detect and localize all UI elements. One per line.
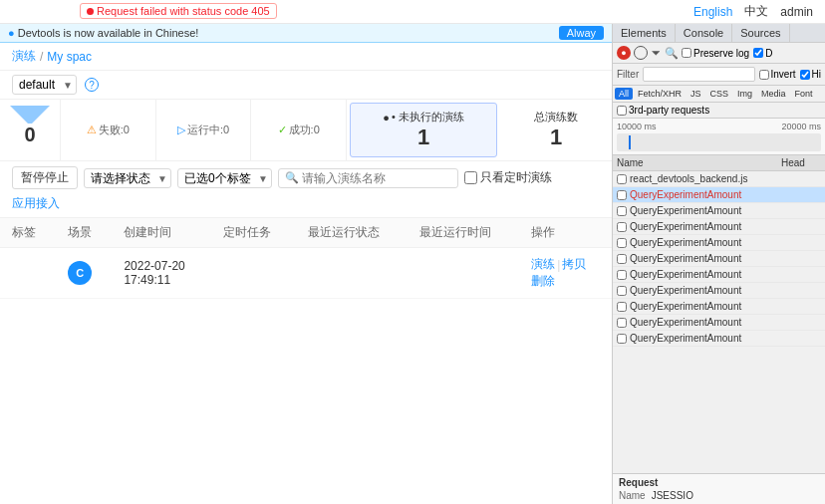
- breadcrumb-sep: /: [40, 50, 43, 64]
- net-name: QueryExperimentAmount: [630, 221, 821, 232]
- devtools-notification: ● Devtools is now available in Chinese! …: [0, 24, 612, 43]
- always-button[interactable]: Alway: [559, 26, 604, 40]
- action-sep1: |: [557, 258, 560, 272]
- network-item[interactable]: QueryExperimentAmount: [613, 299, 825, 315]
- net-checkbox[interactable]: [617, 238, 627, 248]
- network-item[interactable]: QueryExperimentAmount: [613, 331, 825, 347]
- col-schedule: 定时任务: [211, 218, 295, 248]
- net-name: QueryExperimentAmount: [630, 285, 821, 296]
- lang-group: English 中文 admin: [689, 3, 817, 20]
- action-delete[interactable]: 删除: [531, 274, 555, 288]
- network-item[interactable]: QueryExperimentAmount: [613, 315, 825, 331]
- filter-button[interactable]: ⏷: [651, 47, 662, 59]
- net-name: QueryExperimentAmount: [630, 301, 821, 312]
- stat-value-pending: 1: [417, 125, 429, 150]
- col-name-header: Name: [617, 157, 781, 168]
- request-title: Request: [619, 477, 819, 488]
- net-name-red: QueryExperimentAmount: [630, 189, 821, 200]
- stat-card-fail: ⚠ 失败:0: [61, 100, 156, 160]
- net-checkbox[interactable]: [617, 270, 627, 280]
- action-copy[interactable]: 拷贝: [562, 256, 586, 273]
- breadcrumb-item1[interactable]: 演练: [12, 48, 36, 65]
- net-checkbox[interactable]: [617, 286, 627, 296]
- hide-check[interactable]: Hi: [800, 69, 821, 80]
- tag-filter[interactable]: 已选0个标签: [177, 168, 272, 188]
- stat-label-success: ✓ 成功:0: [278, 123, 320, 137]
- net-checkbox[interactable]: [617, 174, 627, 184]
- timeline-marker: [629, 135, 631, 149]
- breadcrumb-item2[interactable]: My spac: [47, 50, 92, 64]
- filter-js[interactable]: JS: [687, 88, 705, 100]
- network-item[interactable]: QueryExperimentAmount: [613, 219, 825, 235]
- cell-action: 演练 | 拷贝 删除: [519, 248, 612, 299]
- net-checkbox[interactable]: [617, 206, 627, 216]
- third-party-check[interactable]: 3rd-party requests: [617, 105, 709, 116]
- error-dot: [87, 8, 94, 15]
- devtools-tabs: Elements Console Sources: [613, 24, 825, 43]
- controls-row: default ▼ ?: [0, 71, 612, 100]
- network-item[interactable]: QueryExperimentAmount: [613, 203, 825, 219]
- cell-last-status: [296, 248, 408, 299]
- default-dropdown[interactable]: default: [12, 75, 77, 95]
- timeline-label2: 20000 ms: [781, 122, 821, 131]
- main-layout: ● Devtools is now available in Chinese! …: [0, 24, 825, 504]
- disable-cache-check[interactable]: D: [753, 48, 772, 59]
- help-icon[interactable]: ?: [85, 78, 99, 92]
- stat-card-pending: ● • 未执行的演练 1: [350, 103, 497, 157]
- filter-all[interactable]: All: [615, 88, 633, 100]
- left-panel: ● Devtools is now available in Chinese! …: [0, 24, 612, 504]
- tab-elements[interactable]: Elements: [613, 24, 676, 42]
- stat-card-total: 总演练数 1: [500, 100, 612, 160]
- filter-fetch[interactable]: Fetch/XHR: [634, 88, 686, 100]
- net-name: react_devtools_backend.js: [630, 173, 821, 184]
- cell-tag: [0, 248, 56, 299]
- net-name: QueryExperimentAmount: [630, 333, 821, 344]
- tab-sources[interactable]: Sources: [732, 24, 789, 42]
- net-checkbox[interactable]: [617, 334, 627, 344]
- stat-label-running: ▷ 运行中:0: [177, 123, 229, 137]
- devtools-toolbar: ● ⏷ 🔍 Preserve log D: [613, 43, 825, 64]
- network-item[interactable]: QueryExperimentAmount: [613, 283, 825, 299]
- net-checkbox[interactable]: [617, 190, 627, 200]
- col-scene: 场景: [56, 218, 112, 248]
- timeline-label1: 10000 ms: [617, 122, 657, 131]
- search-input[interactable]: [302, 171, 451, 185]
- record-button[interactable]: ●: [617, 46, 631, 60]
- stop-button[interactable]: 暂停停止: [12, 166, 78, 189]
- devtools-panel: Elements Console Sources ● ⏷ 🔍 Preserve …: [612, 24, 825, 504]
- net-checkbox[interactable]: [617, 254, 627, 264]
- network-item[interactable]: react_devtools_backend.js: [613, 171, 825, 187]
- stat-label-total: 总演练数: [534, 110, 578, 125]
- timeline: 10000 ms 20000 ms: [613, 119, 825, 155]
- filter-row: 暂停停止 请选择状态 ▼ 已选0个标签 ▼ 🔍 只看定时演练: [0, 161, 612, 218]
- net-checkbox[interactable]: [617, 222, 627, 232]
- net-name: QueryExperimentAmount: [630, 253, 821, 264]
- lang-en[interactable]: English: [689, 5, 736, 19]
- filter-input[interactable]: [643, 67, 754, 82]
- network-item[interactable]: QueryExperimentAmount: [613, 267, 825, 283]
- stat-card-running: ▷ 运行中:0: [156, 100, 252, 160]
- stat-card-funnel: 0: [0, 100, 61, 160]
- net-checkbox[interactable]: [617, 302, 627, 312]
- invert-check[interactable]: Invert: [759, 69, 796, 80]
- lang-zh[interactable]: 中文: [740, 3, 772, 20]
- net-name: QueryExperimentAmount: [630, 269, 821, 280]
- tab-console[interactable]: Console: [676, 24, 732, 42]
- network-item-selected[interactable]: QueryExperimentAmount: [613, 187, 825, 203]
- action-drill[interactable]: 演练: [531, 256, 555, 273]
- col-last-run: 最近运行时间: [408, 218, 519, 248]
- apply-link[interactable]: 应用接入: [12, 195, 60, 212]
- status-filter[interactable]: 请选择状态: [84, 168, 171, 188]
- circle-button[interactable]: [634, 46, 648, 60]
- schedule-checkbox[interactable]: 只看定时演练: [464, 169, 552, 186]
- filter-css[interactable]: CSS: [706, 88, 733, 100]
- filter-label: Filter: [617, 69, 639, 80]
- network-item[interactable]: QueryExperimentAmount: [613, 235, 825, 251]
- preserve-log-check[interactable]: Preserve log: [682, 48, 749, 59]
- filter-img[interactable]: Img: [733, 88, 756, 100]
- network-item[interactable]: QueryExperimentAmount: [613, 251, 825, 267]
- search-button[interactable]: 🔍: [665, 47, 679, 60]
- net-checkbox[interactable]: [617, 318, 627, 328]
- filter-media[interactable]: Media: [757, 88, 790, 100]
- filter-font[interactable]: Font: [791, 88, 817, 100]
